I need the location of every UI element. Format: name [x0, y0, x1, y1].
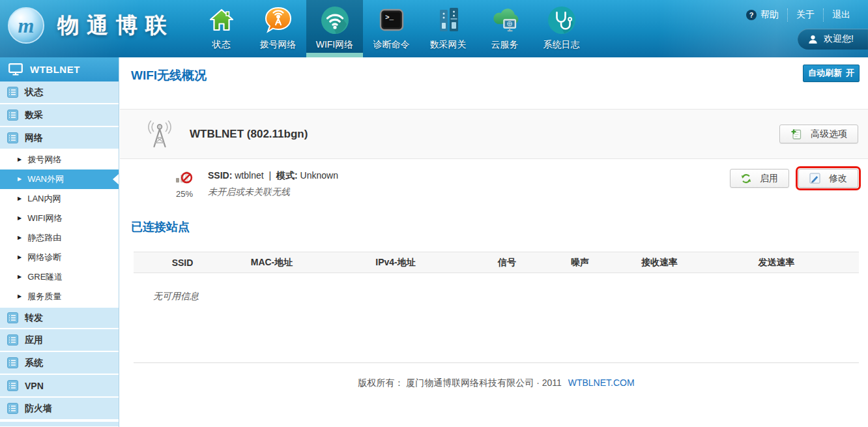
sidebar-subitem-qos[interactable]: ▶ 服务质量 — [0, 287, 119, 306]
nav-tab-label: 诊断命令 — [373, 39, 410, 51]
enable-button[interactable]: 启用 — [730, 169, 789, 188]
sidebar-item-network[interactable]: 网络 — [0, 127, 119, 150]
sidebar-item-forwarding[interactable]: 转发 — [0, 306, 119, 329]
user-icon — [808, 35, 818, 44]
list-icon — [7, 110, 18, 121]
sidebar-item-label: 数采 — [25, 110, 43, 121]
caret-right-icon: ▶ — [18, 216, 22, 221]
help-icon: ? — [746, 10, 757, 20]
sidebar-subitem-static-route[interactable]: ▶ 静态路由 — [0, 228, 119, 248]
nav-tab-label: 数采网关 — [430, 39, 467, 51]
auto-refresh-toggle[interactable]: 自动刷新 开 — [803, 65, 860, 82]
sidebar-subitem-network-diagnosis[interactable]: ▶ 网络诊断 — [0, 248, 119, 267]
main-nav: 状态 拨号网络 — [193, 0, 590, 57]
page-title: WIFI无线概况 — [131, 67, 868, 84]
sidebar-item-label: 网络 — [25, 132, 43, 144]
nav-tab-label: 状态 — [212, 39, 231, 51]
sidebar-item-application[interactable]: 应用 — [0, 329, 119, 352]
sidebar-subitem-wifi-network[interactable]: ▶ WIFI网络 — [0, 209, 119, 228]
ssid-value: wtblnet — [235, 170, 263, 181]
wifi-status-text: 未开启或未关联无线 — [208, 186, 338, 198]
antenna-tower-icon — [146, 120, 173, 149]
signal-disabled-icon — [175, 168, 194, 185]
caret-right-icon: ▶ — [18, 235, 22, 241]
connected-stations-title: 已连接站点 — [131, 219, 868, 235]
sidebar-item-data-collection[interactable]: 数采 — [0, 104, 119, 127]
list-icon — [7, 334, 18, 346]
help-label: 帮助 — [760, 9, 779, 21]
sidebar-subitem-dial-network[interactable]: ▶ 拨号网络 — [0, 150, 119, 169]
logout-link[interactable]: 退出 — [823, 8, 859, 22]
column-header-mac: MAC-地址 — [231, 257, 312, 269]
sidebar-item-vpn[interactable]: VPN — [0, 375, 119, 398]
nav-tab-label: 拨号网络 — [260, 39, 297, 51]
monitor-icon — [8, 63, 23, 76]
list-icon — [7, 87, 18, 98]
column-header-signal: 信号 — [479, 257, 535, 269]
svg-text:m: m — [18, 14, 35, 37]
signal-percent: 25% — [171, 189, 198, 199]
footer-divider: 版权所有： 厦门物通博联网络科技有限公司 · 2011 WTBLNET.COM — [134, 362, 859, 389]
list-icon — [7, 357, 18, 368]
sidebar-item-label: WIFI网络 — [27, 213, 62, 224]
home-icon — [207, 6, 236, 35]
logo-text: 物通博联 — [57, 11, 175, 40]
nav-tab-data-gateway[interactable]: 数采网关 — [420, 0, 476, 57]
main-content: WIFI无线概况 自动刷新 开 WTBLNET (802.11bgn) 高级选项 — [120, 57, 868, 427]
sidebar-item-status[interactable]: 状态 — [0, 81, 119, 104]
caret-right-icon: ▶ — [18, 274, 22, 280]
nav-tab-wifi-network[interactable]: WIFI网络 — [306, 0, 363, 57]
nav-tab-label: WIFI网络 — [316, 39, 354, 51]
terminal-icon: >_ — [377, 6, 406, 35]
sidebar-item-label: 网络诊断 — [27, 252, 61, 263]
sidebar-subitem-gre-tunnel[interactable]: ▶ GRE隧道 — [0, 267, 119, 287]
ssid-info: SSID: wtblnet | 模式: Unknown 未开启或未关联无线 — [208, 168, 338, 198]
ssid-mode-line: SSID: wtblnet | 模式: Unknown — [208, 170, 338, 182]
sidebar-item-system[interactable]: 系统 — [0, 352, 119, 375]
sidebar-item-label: 服务质量 — [27, 291, 61, 302]
wifi-icon — [321, 6, 349, 35]
caret-right-icon: ▶ — [18, 294, 22, 299]
connected-stations-table: SSID MAC-地址 IPv4-地址 信号 噪声 接收速率 发送速率 无可用信… — [134, 252, 859, 302]
wifi-overview-card: WTBLNET (802.11bgn) 高级选项 — [120, 109, 868, 159]
empty-table-message: 无可用信息 — [153, 291, 859, 302]
sidebar-subitem-lan[interactable]: ▶ LAN内网 — [0, 189, 119, 209]
svg-text:>_: >_ — [385, 14, 394, 22]
nav-tab-status[interactable]: 状态 — [193, 0, 250, 57]
about-link[interactable]: 关于 — [787, 8, 823, 22]
nav-tab-system-log[interactable]: 系统日志 — [533, 0, 590, 57]
wifi-action-buttons: 启用 修改 — [730, 168, 858, 188]
help-link[interactable]: ? 帮助 — [738, 8, 787, 22]
ssid-label: SSID: — [208, 170, 232, 181]
column-header-ipv4: IPv4-地址 — [312, 257, 479, 269]
auto-refresh-state: 开 — [846, 67, 854, 79]
signal-block: 25% — [171, 168, 198, 199]
sidebar-item-firewall[interactable]: 防火墙 — [0, 398, 119, 420]
mode-value: Unknown — [300, 170, 338, 181]
column-header-rx-rate: 接收速率 — [625, 257, 694, 269]
nav-tab-dial-network[interactable]: 拨号网络 — [250, 0, 306, 57]
sidebar-item-label: WAN外网 — [27, 173, 64, 185]
footer-link[interactable]: WTBLNET.COM — [568, 377, 635, 388]
divider: | — [268, 170, 271, 181]
advanced-options-button[interactable]: 高级选项 — [779, 125, 858, 143]
nav-tab-diagnostic-command[interactable]: >_ 诊断命令 — [363, 0, 420, 57]
welcome-pill[interactable]: 欢迎您! — [798, 29, 868, 50]
gateway-icon — [434, 6, 463, 35]
nav-tab-cloud-service[interactable]: 云服务 — [476, 0, 533, 57]
sidebar-device-header: WTBLNET — [0, 57, 119, 81]
sidebar-item-label: 转发 — [25, 312, 43, 324]
column-header-ssid: SSID — [134, 258, 231, 268]
sidebar-item-label: VPN — [25, 381, 44, 391]
top-header: m 物通博联 状态 — [0, 0, 868, 57]
copyright-text: 版权所有： 厦门物通博联网络科技有限公司 · 2011 — [358, 377, 561, 388]
sidebar-item-label: LAN内网 — [27, 193, 61, 205]
column-header-tx-rate: 发送速率 — [694, 257, 859, 269]
sidebar-item-label: 应用 — [25, 334, 43, 346]
dial-network-icon — [264, 6, 293, 35]
device-name: WTBLNET — [30, 64, 80, 75]
sidebar-subitem-wan[interactable]: ▶ WAN外网 — [0, 169, 119, 189]
column-header-noise: 噪声 — [535, 257, 625, 269]
modify-button[interactable]: 修改 — [798, 169, 858, 188]
list-icon — [7, 132, 18, 143]
